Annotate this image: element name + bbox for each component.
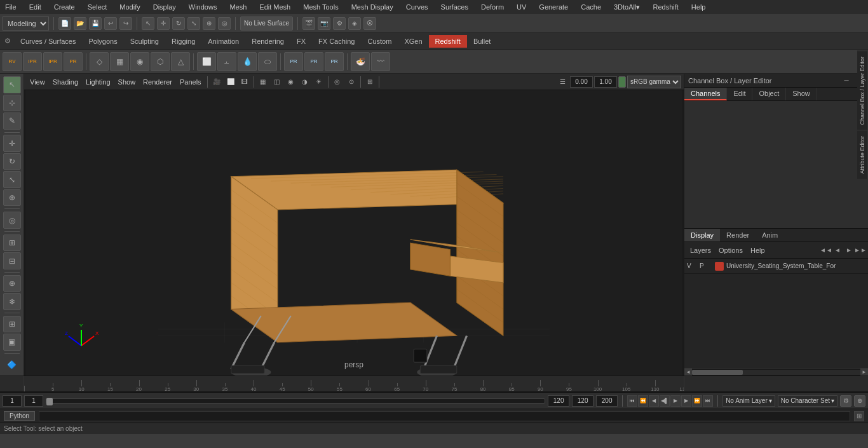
tab-animation[interactable]: Animation (201, 35, 245, 48)
shelf-cube[interactable]: ⬡ (151, 52, 170, 71)
layers-arrow-fwd2[interactable]: ►► (855, 245, 865, 255)
shelf-pr4[interactable]: PR (325, 52, 344, 71)
menu-generate[interactable]: Generate (536, 2, 571, 12)
menu-redshift[interactable]: Redshift (650, 2, 681, 12)
vp-film[interactable]: 🎞 (238, 76, 251, 88)
menu-deform[interactable]: Deform (478, 2, 506, 12)
exposure-value-input[interactable] (594, 76, 617, 88)
timeline-handle[interactable] (46, 398, 53, 405)
tab-redshift[interactable]: Redshift (429, 35, 467, 48)
layer-scroll-left[interactable]: ◄ (684, 369, 692, 376)
anim-layer-dropdown[interactable]: No Anim Layer ▾ (722, 395, 775, 407)
vp-lighting[interactable]: Lighting (83, 77, 114, 87)
channel-box-collapse[interactable]: ─ (841, 76, 851, 86)
shelf-pr3[interactable]: PR (304, 52, 323, 71)
anim-play-fwd[interactable]: ▶ (670, 395, 681, 407)
tab-channels[interactable]: Channels (684, 88, 727, 100)
vp-resolution[interactable]: ⊞ (363, 76, 376, 88)
move-tool[interactable]: ✛ (157, 17, 170, 30)
shelf-oval[interactable]: ⬭ (258, 52, 277, 71)
new-file-button[interactable]: 📄 (58, 17, 71, 30)
shelf-pr[interactable]: PR (64, 52, 83, 71)
anim-next-key[interactable]: ⏩ (692, 395, 702, 407)
open-file-button[interactable]: 📂 (74, 17, 86, 30)
layer-visibility[interactable]: V (687, 262, 700, 269)
select-mode[interactable]: ↖ (3, 76, 21, 93)
menu-display[interactable]: Display (151, 2, 179, 12)
frame-current-input[interactable] (24, 395, 43, 407)
menu-mesh[interactable]: Mesh (227, 2, 249, 12)
vp-panels[interactable]: Panels (177, 77, 205, 87)
live-surface-button[interactable]: No Live Surface (240, 17, 293, 31)
menu-windows[interactable]: Windows (186, 2, 220, 12)
timeline-ruler[interactable]: 5101520253035404550556065707580859095100… (24, 376, 684, 392)
dt-tab-render[interactable]: Render (720, 229, 756, 241)
shelf-pr2[interactable]: PR (284, 52, 303, 71)
show-manip[interactable]: ⊞ (3, 234, 21, 252)
menu-edit[interactable]: Edit (27, 2, 44, 12)
dt-tab-anim[interactable]: Anim (756, 229, 784, 241)
layer-color-swatch[interactable] (715, 262, 724, 271)
shelf-cone[interactable]: △ (171, 52, 190, 71)
tab-fx[interactable]: FX (290, 35, 312, 48)
vp-wireframe[interactable]: ◫ (271, 76, 283, 88)
frame-start-input[interactable] (3, 395, 22, 407)
tab-polygons[interactable]: Polygons (82, 35, 123, 48)
color-profile-select[interactable]: sRGB gamma (627, 76, 681, 88)
vp-light[interactable]: ☀ (313, 76, 325, 88)
layer-scrollbar[interactable]: ◄ ► (684, 368, 868, 376)
menu-uv[interactable]: UV (514, 2, 529, 12)
tab-settings-gear[interactable]: ⚙ (1, 35, 14, 48)
vp-smooth[interactable]: ◉ (285, 76, 297, 88)
select-tool[interactable]: ↖ (142, 17, 154, 30)
vp-grid[interactable]: ▦ (257, 76, 269, 88)
vp-renderer[interactable]: Renderer (140, 77, 175, 87)
scale-tool[interactable]: ⤡ (187, 17, 200, 30)
universal-tool-l[interactable]: ⊕ (3, 189, 21, 207)
layers-arrow-back2[interactable]: ◄ (832, 245, 843, 255)
menu-edit-mesh[interactable]: Edit Mesh (257, 2, 293, 12)
python-tab[interactable]: Python (4, 411, 35, 421)
soft-select[interactable]: ◎ (218, 17, 231, 30)
tab-show[interactable]: Show (786, 88, 817, 100)
menu-create[interactable]: Create (51, 2, 78, 12)
python-expand[interactable]: ⊞ (854, 411, 864, 421)
hypershade[interactable]: ◈ (348, 17, 361, 30)
tab-sculpting[interactable]: Sculpting (124, 35, 165, 48)
shelf-bowl[interactable]: 🍜 (351, 52, 370, 71)
tab-bullet[interactable]: Bullet (467, 35, 498, 48)
shelf-box[interactable]: ⬜ (197, 52, 216, 71)
tab-rendering[interactable]: Rendering (245, 35, 290, 48)
snap-grid[interactable]: ⊟ (3, 252, 21, 269)
menu-surfaces[interactable]: Surfaces (438, 2, 471, 12)
anim-play-back[interactable]: ◀▌ (660, 395, 670, 407)
anim-skip-end[interactable]: ⏭ (703, 395, 713, 407)
vp-frame[interactable]: ⬜ (224, 76, 237, 88)
menu-select[interactable]: Select (85, 2, 110, 12)
render-settings[interactable]: ⚙ (333, 17, 346, 30)
menu-modify[interactable]: Modify (117, 2, 142, 12)
tab-rigging[interactable]: Rigging (165, 35, 201, 48)
undo-button[interactable]: ↩ (104, 17, 117, 30)
anim-end-max-input[interactable] (596, 395, 618, 407)
shelf-sphere[interactable]: ◉ (130, 52, 149, 71)
anim-end-input[interactable] (572, 395, 593, 407)
layer-pickable[interactable]: P (700, 262, 712, 269)
gamma-value-input[interactable] (570, 76, 593, 88)
vp-shading[interactable]: Shading (50, 77, 81, 87)
menu-help[interactable]: Help (689, 2, 709, 12)
menu-curves[interactable]: Curves (403, 2, 431, 12)
render-btn2[interactable]: ⦿ (363, 17, 376, 30)
shelf-wave[interactable]: 〰 (371, 52, 390, 71)
layout-icon[interactable]: ⊞ (3, 316, 21, 333)
menu-mesh-display[interactable]: Mesh Display (349, 2, 396, 12)
viewport-canvas[interactable]: persp X Z Y (24, 90, 684, 376)
anim-prev-key[interactable]: ⏪ (638, 395, 648, 407)
tab-xgen[interactable]: XGen (398, 35, 428, 48)
vp-view[interactable]: View (27, 77, 48, 87)
freeze[interactable]: ❄ (3, 293, 21, 310)
shelf-ipr[interactable]: IPR (23, 52, 42, 71)
anim-next-frame[interactable]: ▶ (681, 395, 691, 407)
layers-menu[interactable]: Layers (687, 245, 714, 255)
anim-extra[interactable]: ⊕ (854, 395, 865, 407)
